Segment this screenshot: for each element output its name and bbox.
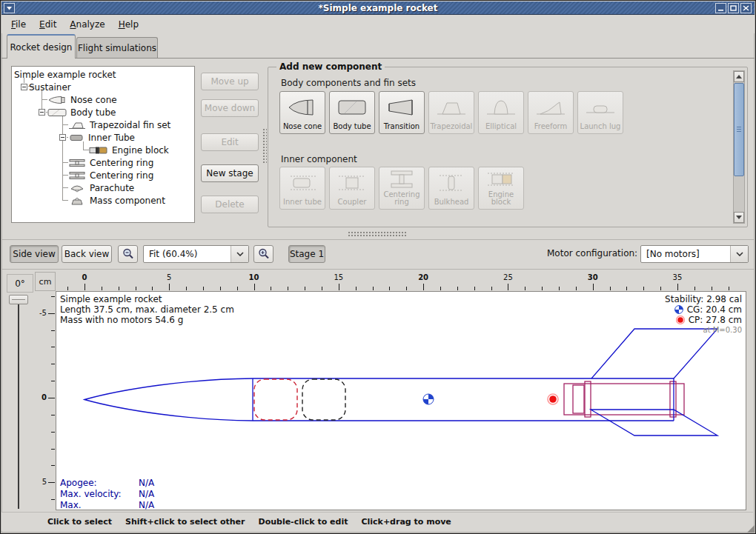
move-down-button[interactable]: Move down (201, 99, 259, 117)
centering-ring-icon (68, 171, 86, 180)
minimize-icon (717, 5, 724, 11)
tree-connector (62, 124, 68, 125)
rotation-slider-track[interactable] (18, 300, 19, 509)
zoom-out-button[interactable] (118, 245, 138, 263)
close-button[interactable] (740, 3, 752, 13)
window-resize-grip[interactable] (747, 525, 755, 533)
menu-help[interactable]: Help (112, 16, 145, 33)
cg-value: CG: 20.4 cm (687, 304, 742, 315)
tree-item-label: Mass component (90, 196, 165, 206)
tree-item-label: Trapezoidal fin set (90, 120, 170, 130)
tree-connector (83, 150, 89, 150)
freeform-fin-icon (528, 92, 573, 123)
tree-connector (62, 162, 68, 163)
tree-item-label: Centering ring (90, 158, 153, 168)
scroll-down-button[interactable] (734, 212, 744, 223)
zoom-level-combo[interactable]: Fit (60.4%) (143, 245, 249, 263)
add-elliptical-fin-button[interactable]: Elliptical (478, 91, 524, 134)
nose-cone-icon (280, 92, 325, 123)
scroll-up-button[interactable] (734, 71, 744, 82)
apogee-label: Apogee: (60, 478, 139, 489)
horizontal-splitter-handle[interactable] (348, 231, 407, 236)
inner-tube-icon (68, 133, 84, 142)
figure-help-bar: Click to select Shift+click to select ot… (1, 512, 753, 531)
h-ruler-ticks: 05101520253035 (56, 272, 746, 291)
help-double-click: Double-click to edit (259, 517, 348, 527)
zoom-level-value: Fit (60.4%) (144, 249, 231, 259)
tab-rocket-design[interactable]: Rocket design (7, 34, 76, 59)
vertical-splitter-handle[interactable] (262, 128, 267, 164)
menu-file[interactable]: File (4, 16, 33, 33)
max-velocity-value: N/A (139, 489, 154, 500)
tree-item-trapezoidal-fin-set[interactable]: Trapezoidal fin set (68, 119, 194, 131)
rotation-slider-thumb[interactable] (9, 295, 28, 304)
rocket-dimensions-line: Length 37.5 cm, max. diameter 2.5 cm (60, 304, 234, 315)
motor-configuration-value: [No motors] (641, 249, 730, 259)
scrollbar-thumb[interactable] (734, 83, 744, 176)
tree-item-inner-tube[interactable]: Inner Tube (59, 131, 194, 144)
magnifier-plus-icon (258, 248, 270, 260)
move-up-button[interactable]: Move up (201, 73, 259, 90)
side-view-toggle[interactable]: Side view (10, 245, 59, 263)
edit-button[interactable]: Edit (201, 133, 259, 151)
help-click-select: Click to select (47, 517, 112, 527)
component-panel-scrollbar[interactable] (733, 70, 745, 224)
openrocket-window: *Simple example rocket File Edit Analyze… (0, 0, 756, 534)
tree-item-engine-block[interactable]: Engine block (89, 144, 194, 156)
centering-ring-icon (379, 167, 424, 191)
tab-flight-simulations[interactable]: Flight simulations (76, 37, 158, 59)
add-launch-lug-button[interactable]: Launch lug (577, 91, 623, 134)
window-title: *Simple example rocket (1, 3, 755, 13)
menu-analyze[interactable]: Analyze (63, 16, 111, 33)
add-bulkhead-button[interactable]: Bulkhead (428, 167, 474, 210)
collapse-icon[interactable] (59, 134, 66, 141)
tab-panel-border (1, 58, 755, 59)
back-view-toggle[interactable]: Back view (62, 245, 112, 263)
add-nose-cone-button[interactable]: Nose cone (279, 91, 325, 134)
collapse-icon[interactable] (39, 109, 45, 116)
delete-button[interactable]: Delete (201, 196, 259, 213)
engine-block-icon (479, 167, 523, 191)
component-tree[interactable]: Simple example rocket Sustainer Nose con… (11, 66, 195, 223)
max-velocity-row: Max. velocity: N/A (60, 489, 154, 500)
collapse-icon[interactable] (21, 84, 27, 90)
vertical-ruler: -505 (35, 291, 56, 510)
tree-item-label: Sustainer (29, 82, 71, 93)
maximize-button[interactable] (728, 3, 739, 13)
tree-item-rocket[interactable]: Simple example rocket (14, 68, 194, 81)
add-engine-block-button[interactable]: Engine block (478, 167, 524, 210)
elliptical-fin-icon (479, 92, 523, 123)
parachute-icon (68, 184, 86, 193)
tree-connector (62, 187, 68, 188)
cg-legend-icon (674, 305, 683, 314)
add-centering-ring-button[interactable]: Centering ring (379, 167, 425, 210)
tree-item-body-tube[interactable]: Body tube (39, 106, 194, 119)
add-body-tube-button[interactable]: Body tube (329, 91, 375, 134)
stability-value: Stability: 2.98 cal (665, 294, 742, 304)
add-transition-button[interactable]: Transition (379, 91, 425, 134)
title-bar[interactable]: *Simple example rocket (1, 1, 755, 15)
new-stage-button[interactable]: New stage (201, 164, 259, 182)
menu-edit[interactable]: Edit (33, 16, 63, 33)
rotation-angle-display: 0° (7, 274, 33, 293)
add-coupler-button[interactable]: Coupler (329, 167, 375, 210)
zoom-in-button[interactable] (253, 245, 273, 263)
motor-configuration-combo[interactable]: [No motors] (640, 245, 749, 263)
add-trapezoidal-fin-button[interactable]: Trapezoidal (428, 91, 474, 134)
add-freeform-fin-button[interactable]: Freeform (528, 91, 574, 134)
launch-lug-icon (578, 92, 623, 123)
tree-item-label: Nose cone (70, 95, 117, 105)
add-inner-tube-button[interactable]: Inner tube (279, 167, 325, 210)
stage-1-toggle[interactable]: Stage 1 (288, 245, 325, 263)
tree-item-mass-component[interactable]: Mass component (68, 194, 194, 207)
tree-item-parachute[interactable]: Parachute (68, 181, 194, 194)
minimize-button[interactable] (715, 3, 726, 13)
stability-info: Stability: 2.98 cal CG: 20.4 cm CP: 27.8… (665, 294, 742, 336)
tree-item-nose-cone[interactable]: Nose cone (47, 93, 194, 106)
mach-note: at M=0.30 (703, 325, 743, 336)
tree-item-sustainer[interactable]: Sustainer (21, 81, 194, 93)
cp-legend-icon (676, 316, 685, 324)
tree-item-centering-ring-1[interactable]: Centering ring (68, 156, 194, 169)
tree-item-centering-ring-2[interactable]: Centering ring (68, 169, 194, 181)
apogee-value: N/A (139, 478, 154, 489)
